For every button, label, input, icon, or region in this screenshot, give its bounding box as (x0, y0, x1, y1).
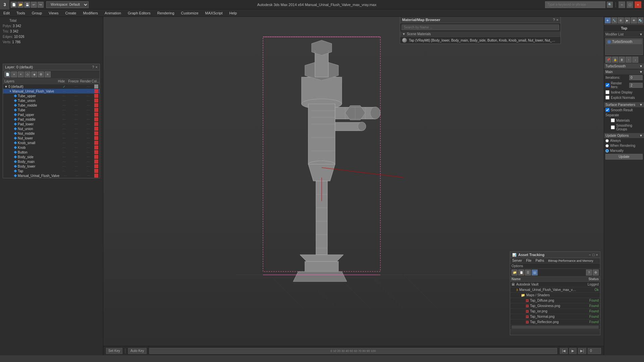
menu-graph-editors[interactable]: Graph Editors (124, 10, 154, 16)
at-row-normal[interactable]: 🖼Tap_Normal.png Found (510, 314, 600, 319)
pin-icon[interactable]: 📌 (605, 57, 611, 63)
isoline-checkbox[interactable] (605, 90, 609, 94)
update-button[interactable]: Update (605, 154, 643, 160)
update-options-header[interactable]: Update Options ▼ (604, 133, 644, 138)
at-row-glossiness[interactable]: 🖼Tap_Glossiness.png Found (510, 303, 600, 309)
layer-row[interactable]: 🔷Pad_lower············ (3, 122, 100, 126)
play-btn[interactable]: ▶ (569, 348, 577, 354)
at-close-icon[interactable]: × (596, 253, 598, 257)
search-input[interactable] (545, 1, 605, 8)
at-tool-2[interactable]: 📋 (518, 269, 524, 276)
at-row-reflection[interactable]: 🖼Tap_Reflection.png Found (510, 319, 600, 325)
layer-highlight-btn[interactable]: ◈ (31, 71, 37, 77)
main-section-header[interactable]: Main ▼ (604, 69, 644, 74)
at-row-max[interactable]: 3Manual_Urinal_Flush_Valve_max_vray.max … (510, 287, 600, 293)
save-icon[interactable]: 💾 (24, 2, 30, 8)
render-iters-input[interactable] (629, 83, 643, 88)
create-tab-icon[interactable]: ✚ (605, 17, 611, 23)
at-menu-options[interactable]: Options (512, 264, 523, 268)
search-icon[interactable]: 🔍 (607, 2, 613, 8)
menu-animation[interactable]: Animation (101, 10, 124, 16)
at-row-vault[interactable]: 🏛Autodesk Vault Logged (510, 282, 600, 287)
menu-views[interactable]: Views (45, 10, 62, 16)
layer-row[interactable]: ▼ Manual_Urinal_Flush_Valve ···· ···· ··… (3, 89, 100, 94)
at-row-diffuse[interactable]: 🖼Tap_Diffuse.png Found (510, 298, 600, 303)
menu-tools[interactable]: Tools (13, 10, 29, 16)
layer-row[interactable]: 🔷Body_side············ (3, 155, 100, 159)
delete-mod-icon[interactable]: 🗑 (619, 57, 625, 63)
set-key-btn[interactable]: Set Key (106, 348, 122, 354)
at-row-ior[interactable]: 🖼Tap_ior.png Found (510, 309, 600, 314)
at-maximize-icon[interactable]: □ (592, 253, 595, 257)
at-menu-bitmap[interactable]: Bitmap Performance and Memory (546, 258, 595, 263)
layer-row[interactable]: 🔷Button············ (3, 150, 100, 155)
explicit-normals-checkbox[interactable] (605, 96, 609, 100)
mat-search-input[interactable] (401, 24, 559, 30)
layer-row[interactable]: 🔷Body_main············ (3, 159, 100, 164)
mat-item[interactable]: Tap (VRayMtl) [Body_lower, Body_main, Bo… (400, 37, 560, 44)
at-row-maps[interactable]: 📁Maps / Shaders (510, 293, 600, 298)
menu-customize[interactable]: Customize (178, 10, 202, 16)
minimize-button[interactable]: − (619, 1, 625, 8)
layer-row[interactable]: 🔷Tap············ (3, 169, 100, 173)
layer-row[interactable]: 🔷Pad_upper············ (3, 112, 100, 117)
when-rendering-radio[interactable] (605, 144, 609, 147)
prev-frame-btn[interactable]: |◀ (560, 348, 568, 354)
modifier-list-arrow[interactable]: ▼ (639, 33, 643, 36)
lock-icon[interactable]: 🔒 (612, 57, 618, 63)
layer-row[interactable]: 🔷Tube_middle············ (3, 103, 100, 108)
render-iters-checkbox[interactable] (605, 83, 609, 87)
modify-tab-icon[interactable]: 🔧 (611, 17, 618, 23)
layer-row[interactable]: 🔷Tube_upper············ (3, 94, 100, 98)
at-menu-server[interactable]: Server (510, 258, 524, 263)
turbosmooth-header[interactable]: TurboSmooth ▼ (604, 64, 644, 69)
viewport[interactable]: [+] [Perspective] [Shaded + Edged Faces]… (103, 17, 604, 355)
at-settings-icon[interactable]: ⚙ (593, 269, 599, 276)
menu-maxscript[interactable]: MAXScript (202, 10, 226, 16)
always-radio[interactable] (605, 139, 609, 142)
at-scrollbar[interactable] (512, 325, 599, 329)
frame-input[interactable] (588, 348, 601, 354)
menu-group[interactable]: Group (29, 10, 46, 16)
smooth-result-checkbox[interactable] (605, 108, 609, 112)
smoothing-groups-checkbox[interactable] (611, 125, 615, 129)
layer-new-btn[interactable]: 📄 (4, 71, 10, 77)
layer-settings-btn[interactable]: ≡ (45, 71, 51, 77)
undo-icon[interactable]: ↩ (31, 2, 37, 8)
utilities-tab-icon[interactable]: 🔩 (638, 17, 644, 23)
next-frame-btn[interactable]: ▶| (578, 348, 586, 354)
menu-rendering[interactable]: Rendering (154, 10, 178, 16)
mat-browser-close-icon[interactable]: × (556, 18, 558, 22)
at-menu-paths[interactable]: Paths (534, 258, 546, 263)
layer-select-btn[interactable]: ◇ (24, 71, 31, 77)
layer-row[interactable]: 🔷Manual_Urinal_Flush_Valve············ (3, 173, 100, 178)
menu-help[interactable]: Help (226, 10, 240, 16)
hierarchy-tab-icon[interactable]: ⚙ (618, 17, 624, 23)
manually-radio[interactable] (605, 149, 609, 153)
move-up-icon[interactable]: ↑ (626, 57, 632, 63)
menu-edit[interactable]: Edit (0, 10, 13, 16)
motion-tab-icon[interactable]: ▶ (625, 17, 631, 23)
mat-browser-help-icon[interactable]: ? (553, 18, 555, 22)
layer-row[interactable]: 🔷Nut_lower············ (3, 136, 100, 140)
move-down-icon[interactable]: ↓ (632, 57, 638, 63)
layer-row[interactable]: 🔷Knob············ (3, 145, 100, 150)
at-tool-4[interactable]: ▤ (532, 269, 538, 276)
timeline[interactable]: 0 10 20 30 40 50 60 70 80 90 100 (149, 348, 557, 354)
at-minimize-icon[interactable]: − (589, 253, 591, 257)
layer-delete-btn[interactable]: × (11, 71, 17, 77)
close-button[interactable]: × (635, 1, 641, 8)
layer-row[interactable]: 🔷Body_lower············ (3, 164, 100, 169)
open-icon[interactable]: 📂 (17, 2, 23, 8)
layer-row[interactable]: 🔷Nut_middle············ (3, 131, 100, 136)
menu-create[interactable]: Create (62, 10, 79, 16)
at-tool-1[interactable]: 📁 (512, 269, 518, 276)
auto-key-btn[interactable]: Auto Key (128, 348, 147, 354)
surface-params-header[interactable]: Surface Parameters ▼ (604, 102, 644, 107)
layer-add-obj-btn[interactable]: + (18, 71, 24, 77)
display-tab-icon[interactable]: 👁 (631, 17, 637, 23)
layers-help-icon[interactable]: ? (92, 65, 94, 69)
workspace-dropdown[interactable]: Workspace: Default (46, 1, 89, 8)
at-tool-3[interactable]: ☰ (525, 269, 531, 276)
layer-props-btn[interactable]: ⚙ (38, 71, 44, 77)
